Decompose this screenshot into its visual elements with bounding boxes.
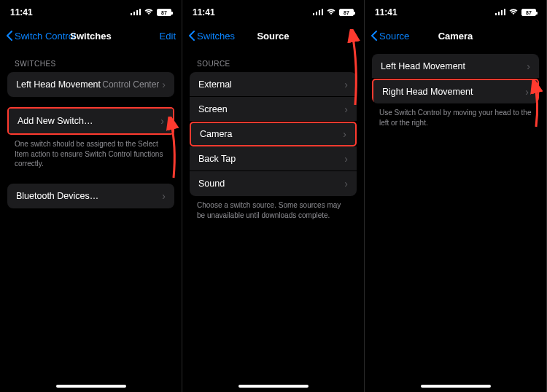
home-indicator[interactable]	[56, 385, 126, 388]
row-right-head-movement[interactable]: Right Head Movement ›	[372, 79, 539, 103]
signal-icon	[131, 7, 141, 17]
svg-rect-10	[501, 10, 503, 15]
row-sound[interactable]: Sound ›	[190, 171, 357, 196]
battery-icon: 87	[157, 9, 171, 16]
svg-rect-3	[139, 9, 141, 15]
row-add-new-switch[interactable]: Add New Switch… ›	[9, 109, 173, 133]
chevron-right-icon: ›	[527, 60, 530, 72]
chevron-right-icon: ›	[344, 178, 348, 189]
home-indicator[interactable]	[238, 385, 309, 388]
status-indicators: 87	[131, 7, 171, 17]
phone-camera: 11:41 87 Source Camera Left Head Movemen…	[365, 0, 547, 392]
footer-text: Use Switch Control by moving your head t…	[365, 103, 546, 128]
row-left-head-movement[interactable]: Left Head Movement Control Center ›	[7, 72, 174, 97]
row-bluetooth-devices[interactable]: Bluetooth Devices… ›	[7, 184, 174, 208]
back-button[interactable]: Switch Control	[6, 31, 76, 42]
back-label: Switches	[197, 31, 235, 42]
svg-rect-8	[495, 13, 497, 15]
chevron-right-icon: ›	[344, 79, 348, 90]
cell-detail: Control Center	[102, 79, 159, 90]
cell-label: Sound	[198, 179, 344, 189]
phone-switches: 11:41 87 Switch Control Switches Edit SW…	[0, 0, 182, 392]
svg-rect-4	[313, 13, 314, 15]
chevron-right-icon: ›	[525, 86, 529, 98]
svg-rect-9	[498, 12, 500, 15]
nav-bar: Source Camera	[365, 25, 546, 47]
row-camera[interactable]: Camera ›	[190, 122, 357, 146]
cell-label: Left Head Movement	[16, 79, 102, 90]
chevron-right-icon: ›	[160, 115, 164, 127]
home-indicator[interactable]	[421, 385, 491, 388]
cell-label: Bluetooth Devices…	[16, 191, 162, 201]
section-header-source: SOURCE	[182, 47, 364, 72]
row-screen[interactable]: Screen ›	[190, 97, 357, 122]
cell-label: Add New Switch…	[18, 116, 160, 126]
row-left-head-movement[interactable]: Left Head Movement ›	[372, 54, 539, 79]
status-time: 11:41	[375, 7, 397, 17]
svg-rect-5	[316, 12, 317, 15]
chevron-right-icon: ›	[162, 79, 166, 90]
back-button[interactable]: Switches	[188, 31, 235, 42]
svg-rect-1	[133, 12, 135, 15]
svg-rect-11	[504, 9, 505, 15]
chevron-right-icon: ›	[343, 128, 346, 140]
signal-icon	[313, 7, 323, 17]
footer-text: Choose a switch source. Some sources may…	[182, 196, 364, 220]
chevron-left-icon	[6, 31, 13, 41]
chevron-right-icon: ›	[162, 190, 166, 202]
status-indicators: 87	[313, 7, 354, 17]
chevron-left-icon	[188, 31, 195, 41]
status-bar: 11:41 87	[182, 0, 364, 25]
section-header-switches: SWITCHES	[0, 47, 182, 72]
battery-icon: 87	[339, 9, 354, 16]
status-bar: 11:41 87	[365, 0, 546, 25]
status-time: 11:41	[193, 7, 215, 17]
cell-label: Back Tap	[198, 154, 344, 164]
footer-text: One switch should be assigned to the Sel…	[0, 135, 182, 169]
edit-button[interactable]: Edit	[160, 31, 176, 42]
nav-bar: Switches Source	[182, 25, 364, 47]
svg-rect-0	[131, 13, 132, 15]
phone-source: 11:41 87 Switches Source SOURCE External…	[182, 0, 365, 392]
chevron-right-icon: ›	[344, 103, 348, 115]
svg-rect-6	[319, 10, 320, 15]
back-button[interactable]: Source	[371, 31, 409, 42]
cell-label: Right Head Movement	[382, 87, 525, 97]
chevron-right-icon: ›	[344, 153, 348, 165]
back-label: Source	[379, 31, 409, 42]
chevron-left-icon	[371, 31, 378, 41]
svg-rect-2	[136, 10, 138, 15]
cell-label: Left Head Movement	[381, 61, 527, 71]
svg-rect-7	[322, 9, 323, 15]
wifi-icon	[144, 7, 154, 17]
wifi-icon	[508, 7, 519, 17]
cell-label: Screen	[198, 104, 344, 114]
status-time: 11:41	[10, 7, 33, 17]
cell-label: External	[198, 79, 344, 90]
nav-bar: Switch Control Switches Edit	[0, 25, 182, 47]
back-label: Switch Control	[15, 31, 76, 42]
row-back-tap[interactable]: Back Tap ›	[190, 146, 357, 171]
status-bar: 11:41 87	[0, 0, 182, 25]
signal-icon	[495, 7, 505, 17]
battery-icon: 87	[521, 9, 536, 16]
cell-label: Camera	[200, 129, 343, 139]
row-external[interactable]: External ›	[190, 72, 357, 97]
wifi-icon	[326, 7, 336, 17]
status-indicators: 87	[495, 7, 536, 17]
